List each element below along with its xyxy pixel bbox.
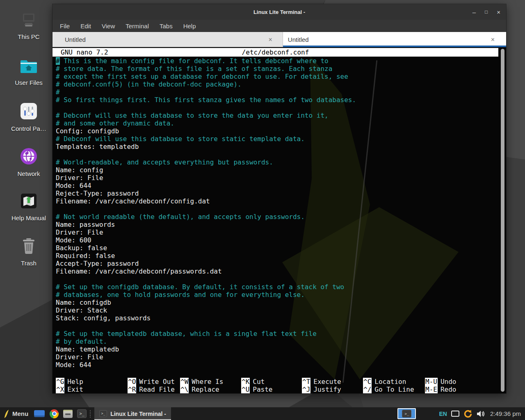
terminal-line: # by default. — [56, 338, 497, 345]
minimize-button[interactable]: – — [472, 9, 476, 15]
desktop-icon-trash[interactable]: Trash — [6, 235, 52, 281]
clock[interactable]: 2:49:36 pm — [490, 410, 521, 417]
nano-titlebar: GNU nano 7.2 /etc/debconf.conf — [52, 48, 498, 57]
terminal-line: Templates: templatedb — [56, 143, 497, 151]
terminal-line: Name: templatedb — [56, 345, 497, 353]
desktop-icon-label: Help Manual — [11, 215, 46, 221]
terminal-line: # Not world readable (the default), and … — [56, 213, 497, 221]
tab-label: Untitled — [288, 36, 309, 43]
volume-icon[interactable] — [476, 410, 485, 418]
window-title: Linux Lite Terminal - — [253, 9, 305, 15]
terminal-line: # — [56, 88, 497, 96]
menu-tabs[interactable]: Tabs — [160, 23, 173, 30]
nano-shortcut-row: ^XExit^RRead File^\Replace^UPaste^JJusti… — [52, 386, 506, 393]
desktop-icon-network[interactable]: Network — [6, 145, 52, 190]
tab-label: Untitled — [65, 36, 86, 43]
nano-shortcut-row: ^GHelp^OWrite Out^WWhere Is^KCut^TExecut… — [52, 378, 506, 386]
window-menubar: File Edit View Terminal Tabs Help — [52, 20, 506, 32]
desktop-icon-list: This PC User Files — [6, 10, 52, 281]
desktop-icon-this-pc[interactable]: This PC — [6, 10, 52, 55]
keyboard-language-indicator[interactable]: EN — [439, 411, 447, 417]
terminal-line: Name: config — [56, 166, 497, 174]
menu-file[interactable]: File — [60, 23, 70, 30]
taskbar-window-button[interactable]: >_ Linux Lite Terminal - — [94, 407, 171, 420]
nano-shortcut: ^OWrite Out — [128, 378, 175, 386]
terminal-launcher-icon[interactable]: >_ — [77, 409, 87, 418]
taskbar-window-label: Linux Lite Terminal - — [110, 411, 166, 417]
terminal-line: Driver: Stack — [56, 306, 497, 314]
nano-shortcut: ^XExit — [56, 386, 83, 393]
desktop-icon-label: This PC — [18, 33, 39, 40]
terminal-line: Config: configdb — [56, 127, 497, 135]
panel-handle[interactable] — [90, 410, 92, 418]
terminal-line: Filename: /var/cache/debconf/passwords.d… — [56, 267, 497, 275]
chrome-browser-icon[interactable] — [50, 409, 59, 418]
terminal-line — [56, 151, 497, 158]
desktop-icon-label: Network — [17, 170, 40, 177]
help-manual-book-icon — [19, 193, 38, 212]
display-settings-icon[interactable] — [451, 411, 459, 417]
terminal-line: Driver: File — [56, 228, 497, 236]
nano-shortcut: ^WWhere Is — [180, 378, 223, 386]
nano-shortcut: ^CLocation — [363, 378, 406, 386]
menu-help[interactable]: Help — [183, 23, 196, 30]
terminal-scrollbar[interactable] — [501, 49, 504, 392]
menu-button[interactable]: Menu — [12, 410, 28, 417]
terminal-line: Accept-Type: password — [56, 260, 497, 267]
desktop-icon-control-panel[interactable]: Control Pa… — [6, 100, 52, 145]
terminal-line: Reject-Type: password — [56, 189, 497, 197]
terminal-line: # Debconf will use this database to stor… — [56, 135, 497, 143]
nano-shortcut: ^JJustify — [302, 386, 341, 393]
menu-view[interactable]: View — [102, 23, 115, 30]
trash-can-icon — [20, 238, 38, 257]
nano-shortcut: ^TExecute — [302, 378, 341, 386]
control-panel-sliders-icon — [19, 103, 38, 122]
nano-shortcut: ^KCut — [241, 378, 265, 386]
tab-close-icon[interactable]: × — [491, 36, 495, 43]
close-button[interactable]: × — [497, 9, 500, 15]
tab-untitled-1[interactable]: Untitled × — [52, 32, 283, 47]
terminal-line: Filename: /var/cache/debconf/config.dat — [56, 197, 497, 205]
file-manager-icon[interactable] — [63, 410, 73, 418]
window-titlebar[interactable]: Linux Lite Terminal - – □ × — [52, 4, 506, 20]
nano-shortcut: M-UUndo — [425, 378, 456, 386]
terminal-line: # except the first sets up a database fo… — [56, 73, 497, 80]
tab-bar: Untitled × Untitled × — [52, 32, 506, 47]
terminal-icon: >_ — [99, 410, 107, 417]
terminal-icon: >_ — [402, 410, 411, 418]
terminal-line — [56, 205, 497, 213]
desktop-icon-user-files[interactable]: User Files — [6, 55, 52, 100]
terminal-window: Linux Lite Terminal - – □ × File Edit Vi… — [52, 4, 506, 393]
nano-filename: /etc/debconf.conf — [52, 48, 498, 56]
menu-terminal[interactable]: Terminal — [126, 23, 149, 30]
menu-edit[interactable]: Edit — [80, 23, 91, 30]
tab-untitled-2[interactable]: Untitled × — [283, 32, 506, 47]
nano-shortcut: ^\Replace — [180, 386, 219, 393]
terminal-line: # This is the main config file for debco… — [56, 57, 497, 65]
terminal-line — [56, 275, 497, 283]
this-pc-icon — [18, 12, 39, 30]
terminal-line: Name: configdb — [56, 299, 497, 306]
nano-shortcut: ^/Go To Line — [363, 386, 414, 393]
tray-terminal-icon[interactable]: >_ — [397, 408, 416, 419]
nano-shortcut: ^GHelp — [56, 378, 83, 386]
terminal-content[interactable]: GNU nano 7.2 /etc/debconf.conf # This is… — [52, 47, 506, 393]
terminal-line: # World-readable, and accepts everything… — [56, 158, 497, 166]
terminal-line: Driver: File — [56, 174, 497, 182]
terminal-line: Stack: config, passwords — [56, 314, 497, 322]
terminal-line: # and some other dynamic data. — [56, 119, 497, 127]
desktop-icon-help-manual[interactable]: Help Manual — [6, 190, 52, 235]
maximize-button[interactable]: □ — [485, 9, 488, 14]
network-globe-icon — [19, 148, 38, 167]
taskbar: Menu >_ >_ Linux Lite Terminal - >_ EN 2… — [0, 407, 525, 420]
terminal-line: # Set up the templatedb database, which … — [56, 330, 497, 338]
tab-close-icon[interactable]: × — [269, 36, 272, 43]
workspace-pager-icon[interactable] — [34, 410, 45, 417]
terminal-line: Backup: false — [56, 244, 497, 252]
linux-lite-logo-icon[interactable] — [3, 409, 9, 418]
terminal-line: Required: false — [56, 252, 497, 260]
terminal-line: # Debconf will use this database to stor… — [56, 112, 497, 119]
nano-cursor: # — [56, 57, 60, 65]
updates-available-icon[interactable] — [463, 409, 473, 419]
terminal-line: Mode: 644 — [56, 361, 497, 369]
